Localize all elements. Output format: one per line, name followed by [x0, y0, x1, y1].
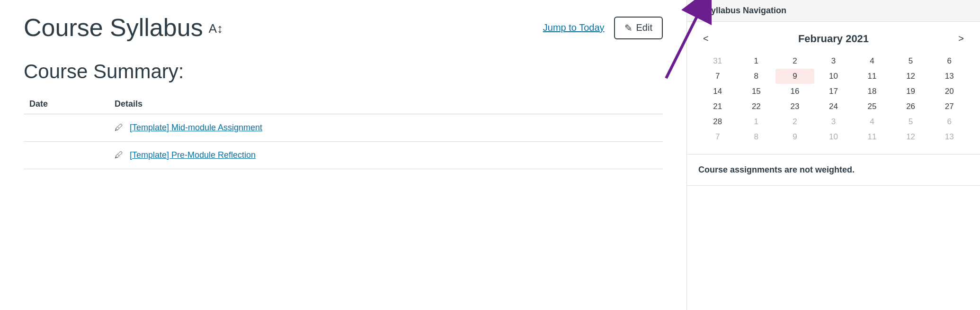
- calendar-day[interactable]: 6: [930, 54, 969, 69]
- nav-chevron-icon: ▶: [696, 7, 702, 15]
- table-row: 🖊 [Template] Pre-Module Reflection: [24, 142, 663, 169]
- title-icons: A↕: [209, 21, 223, 36]
- calendar-day: 8: [737, 129, 776, 145]
- sidebar: ▶ Syllabus Navigation < February 2021 > …: [686, 0, 980, 310]
- assignment-icon: 🖊: [115, 150, 123, 160]
- calendar-day[interactable]: 13: [930, 69, 969, 84]
- calendar-day[interactable]: 26: [891, 99, 930, 114]
- calendar-day: 3: [814, 114, 853, 129]
- edit-label: Edit: [636, 22, 652, 33]
- calendar-week-row: 21 22 23 24 25 26 27: [698, 99, 969, 114]
- table-row: 🖊 [Template] Mid-module Assignment: [24, 114, 663, 142]
- calendar-day[interactable]: 2: [775, 54, 814, 69]
- calendar-day[interactable]: 8: [737, 69, 776, 84]
- summary-table: Date Details 🖊 [Template] Mid-module Ass…: [24, 94, 663, 169]
- calendar-day[interactable]: 11: [853, 69, 891, 84]
- calendar-day[interactable]: 23: [775, 99, 814, 114]
- calendar-prev-button[interactable]: <: [698, 31, 713, 46]
- calendar-day[interactable]: 25: [853, 99, 891, 114]
- jump-to-today-link[interactable]: Jump to Today: [543, 22, 605, 33]
- details-cell: 🖊 [Template] Pre-Module Reflection: [109, 142, 663, 169]
- calendar-day[interactable]: 4: [853, 54, 891, 69]
- calendar-day: 1: [737, 114, 776, 129]
- assignment-cell: 🖊 [Template] Pre-Module Reflection: [115, 150, 657, 160]
- calendar-month-title: February 2021: [798, 33, 869, 45]
- calendar-day[interactable]: 22: [737, 99, 776, 114]
- calendar-day[interactable]: 24: [814, 99, 853, 114]
- calendar-day[interactable]: 28: [698, 114, 737, 129]
- page-title-area: Course Syllabus A↕: [24, 14, 223, 41]
- calendar-week-row: 31 1 2 3 4 5 6: [698, 54, 969, 69]
- calendar-day[interactable]: 12: [891, 69, 930, 84]
- calendar-day[interactable]: 20: [930, 84, 969, 99]
- sort-icon[interactable]: A↕: [209, 21, 223, 36]
- calendar-day: 6: [930, 114, 969, 129]
- assignment-link-2[interactable]: [Template] Pre-Module Reflection: [130, 150, 256, 160]
- syllabus-nav-title: Syllabus Navigation: [705, 6, 786, 16]
- calendar-day[interactable]: 18: [853, 84, 891, 99]
- col-date-header: Date: [24, 94, 109, 114]
- calendar-day[interactable]: 3: [814, 54, 853, 69]
- main-content: Course Syllabus A↕ Jump to Today ✎ Edit: [0, 0, 686, 310]
- calendar-day: 7: [698, 129, 737, 145]
- page-title: Course Syllabus: [24, 14, 203, 41]
- calendar-day: 13: [930, 129, 969, 145]
- course-summary-heading: Course Summary:: [24, 60, 663, 83]
- edit-button[interactable]: ✎ Edit: [614, 17, 663, 39]
- calendar-day: 9: [775, 129, 814, 145]
- pencil-icon: ✎: [624, 22, 633, 34]
- calendar-section: < February 2021 > 31 1 2 3 4 5 6 7 8 9: [687, 22, 980, 155]
- calendar-day: 31: [698, 54, 737, 69]
- calendar-day[interactable]: 7: [698, 69, 737, 84]
- calendar-day[interactable]: 14: [698, 84, 737, 99]
- calendar-day: 12: [891, 129, 930, 145]
- calendar-day[interactable]: 19: [891, 84, 930, 99]
- calendar-week-row: 14 15 16 17 18 19 20: [698, 84, 969, 99]
- calendar-next-button[interactable]: >: [953, 31, 969, 46]
- date-cell: [24, 142, 109, 169]
- calendar-day: 4: [853, 114, 891, 129]
- assignment-icon: 🖊: [115, 123, 123, 133]
- calendar-day: 10: [814, 129, 853, 145]
- calendar-day[interactable]: 16: [775, 84, 814, 99]
- assignment-link-1[interactable]: [Template] Mid-module Assignment: [130, 123, 262, 133]
- calendar-day: 11: [853, 129, 891, 145]
- calendar-day[interactable]: 27: [930, 99, 969, 114]
- calendar-day[interactable]: 10: [814, 69, 853, 84]
- calendar-day[interactable]: 1: [737, 54, 776, 69]
- date-cell: [24, 114, 109, 142]
- not-weighted-text: Course assignments are not weighted.: [698, 164, 969, 176]
- col-details-header: Details: [109, 94, 663, 114]
- header-actions: Jump to Today ✎ Edit: [543, 17, 663, 39]
- calendar-day: 2: [775, 114, 814, 129]
- calendar-day[interactable]: 15: [737, 84, 776, 99]
- calendar-day[interactable]: 21: [698, 99, 737, 114]
- calendar-day[interactable]: 17: [814, 84, 853, 99]
- syllabus-nav-header[interactable]: ▶ Syllabus Navigation: [687, 0, 980, 22]
- details-cell: 🖊 [Template] Mid-module Assignment: [109, 114, 663, 142]
- page-header: Course Syllabus A↕ Jump to Today ✎ Edit: [24, 14, 663, 41]
- calendar-day[interactable]: 5: [891, 54, 930, 69]
- calendar-week-row: 7 8 9 10 11 12 13: [698, 69, 969, 84]
- calendar-day: 5: [891, 114, 930, 129]
- assignment-cell: 🖊 [Template] Mid-module Assignment: [115, 123, 657, 133]
- calendar-week-row: 7 8 9 10 11 12 13: [698, 129, 969, 145]
- calendar-header: < February 2021 >: [698, 31, 969, 46]
- calendar-today[interactable]: 9: [775, 69, 814, 84]
- not-weighted-section: Course assignments are not weighted.: [687, 155, 980, 186]
- calendar-week-row: 28 1 2 3 4 5 6: [698, 114, 969, 129]
- calendar-grid: 31 1 2 3 4 5 6 7 8 9 10 11 12 13: [698, 54, 969, 145]
